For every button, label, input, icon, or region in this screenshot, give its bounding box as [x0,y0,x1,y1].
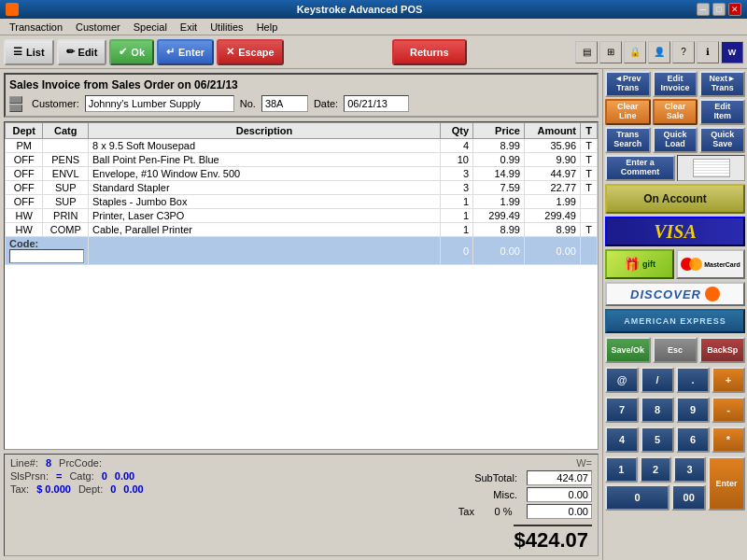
cell-desc: Standard Stapler [89,181,441,195]
calc-at-button[interactable]: @ [605,367,639,393]
code-row[interactable]: Code: 0 0.00 0.00 [6,237,598,265]
calc-slash-button[interactable]: / [641,367,674,393]
toolbar-icon-3[interactable]: 🔒 [624,41,646,63]
menu-transaction[interactable]: Transaction [4,21,68,34]
on-account-button[interactable]: On Account [605,184,745,214]
minimize-button[interactable]: ─ [697,3,710,16]
calc-mult-button[interactable]: * [712,427,745,453]
gift-card-button[interactable]: 🎁 gift [605,249,674,279]
table-row[interactable]: OFF PENS Ball Point Pen-Fine Pt. Blue 10… [6,153,598,167]
scroll-down-btn[interactable] [9,105,22,112]
visa-button[interactable]: VISA [605,217,745,246]
calc-5-button[interactable]: 5 [641,427,674,453]
enter-comment-button[interactable]: Enter aComment [605,155,675,181]
toolbar-icon-5[interactable]: ? [672,41,695,63]
quick-save-button[interactable]: QuickSave [699,127,745,153]
calc-4-button[interactable]: 4 [605,427,639,453]
table-row[interactable]: OFF ENVL Envelope, #10 Window Env. 500 3… [6,167,598,181]
customer-label: Customer: [32,98,79,109]
calc-row-symbols: @ / . + [605,367,745,393]
table-row[interactable]: HW COMP Cable, Parallel Printer 1 8.99 8… [6,223,598,237]
right-panel: ◄PrevTrans EditInvoice Next►Trans ClearL… [602,69,747,560]
toolbar-icon-1[interactable]: ▤ [575,41,598,63]
returns-button[interactable]: Returns [392,39,467,65]
date-input[interactable] [344,95,409,112]
clear-sale-button[interactable]: ClearSale [653,99,698,125]
backsp-button[interactable]: BackSp [699,337,745,363]
gift-label: gift [642,259,655,269]
app-icon [6,3,19,16]
next-trans-button[interactable]: Next►Trans [699,71,745,97]
cell-desc: Cable, Parallel Printer [89,223,441,237]
save-esc-row: Save/Ok Esc BackSp [605,337,745,363]
trans-search-button[interactable]: TransSearch [605,127,651,153]
menu-help[interactable]: Help [251,21,284,34]
enter-button[interactable]: ↵ Enter [157,39,214,65]
cell-price: 7.59 [473,181,525,195]
escape-button[interactable]: ✕ Escape [217,39,284,65]
calc-2-button[interactable]: 2 [640,456,672,483]
cell-amount: 35.96 [525,139,581,153]
table-row[interactable]: OFF SUP Staples - Jumbo Box 1 1.99 1.99 [6,195,598,209]
calc-1-button[interactable]: 1 [605,456,638,483]
toolbar-icon-6[interactable]: ℹ [697,41,719,63]
menu-special[interactable]: Special [128,21,173,34]
main-area: Sales Invoice from Sales Order on 06/21/… [0,69,747,560]
gift-mc-row: 🎁 gift MasterCard [605,249,745,279]
quick-load-button[interactable]: QuickLoad [653,127,698,153]
table-row[interactable]: PM 8 x 9.5 Soft Mousepad 4 8.99 35.96 T [6,139,598,153]
calc-plus-button[interactable]: + [712,367,745,393]
table-row[interactable]: HW PRIN Printer, Laser C3PO 1 299.49 299… [6,209,598,223]
edit-invoice-button[interactable]: EditInvoice [653,71,698,97]
maximize-button[interactable]: □ [712,3,726,16]
invoice-table: Dept Catg Description Qty Price Amount T… [4,121,599,450]
ok-icon: ✔ [119,46,127,58]
calc-123-group: 1 2 3 0 00 [605,456,706,511]
calc-dot-button[interactable]: . [676,367,710,393]
scroll-up-btn[interactable] [9,96,22,104]
code-input[interactable] [9,249,84,263]
no-input[interactable] [261,95,308,112]
code-label: Code: [9,238,38,249]
close-button[interactable]: ✕ [728,3,741,16]
edit-item-button[interactable]: EditItem [699,99,745,125]
calc-9-button[interactable]: 9 [676,397,710,423]
amex-button[interactable]: AMERICAN EXPRESS [605,309,745,333]
calc-minus-button[interactable]: - [712,397,745,423]
menu-utilities[interactable]: Utilities [204,21,248,34]
calc-enter-button[interactable]: Enter [708,456,745,511]
clear-line-button[interactable]: ClearLine [605,99,651,125]
toolbar-icon-4[interactable]: 👤 [648,41,670,63]
table-header-row: Dept Catg Description Qty Price Amount T [6,123,598,139]
calc-3-button[interactable]: 3 [673,456,706,483]
sls-prsn-value: = [56,470,62,482]
save-ok-button[interactable]: Save/Ok [605,337,651,363]
calc-0-button[interactable]: 0 [605,484,669,511]
table-row[interactable]: OFF SUP Standard Stapler 3 7.59 22.77 T [6,181,598,195]
toolbar-icon-7[interactable]: W [721,41,743,63]
cell-desc: 8 x 9.5 Soft Mousepad [89,139,441,153]
esc-button[interactable]: Esc [653,337,698,363]
comment-row: Enter aComment [605,155,745,181]
customer-input[interactable] [85,95,234,112]
mastercard-button[interactable]: MasterCard [676,249,745,279]
calc-00-button[interactable]: 00 [671,484,706,511]
check-image [677,155,745,181]
edit-icon: ✏ [66,46,75,58]
calc-8-button[interactable]: 8 [641,397,674,423]
cell-catg: COMP [43,223,89,237]
menu-exit[interactable]: Exit [175,21,203,34]
toolbar-icon-2[interactable]: ⊞ [599,41,622,63]
list-button[interactable]: ☰ List [4,39,54,65]
ok-button[interactable]: ✔ Ok [109,39,154,65]
menu-customer[interactable]: Customer [70,21,126,34]
calc-7-button[interactable]: 7 [605,397,639,423]
cell-t: T [581,223,598,237]
prev-trans-button[interactable]: ◄PrevTrans [605,71,651,97]
catg-amount: 0.00 [115,470,134,482]
col-header-price: Price [473,123,525,139]
edit-button[interactable]: ✏ Edit [57,39,107,65]
calc-6-button[interactable]: 6 [676,427,710,453]
code-price-cell: 0.00 [473,237,525,265]
discover-button[interactable]: DISCOVER [605,282,745,306]
